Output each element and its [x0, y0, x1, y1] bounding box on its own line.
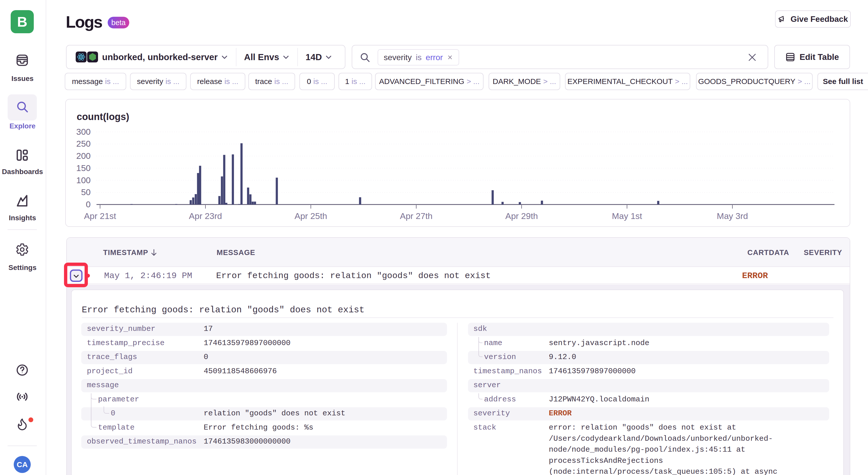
svg-text:May 3rd: May 3rd	[717, 211, 748, 221]
svg-text:Apr 29th: Apr 29th	[505, 211, 538, 221]
svg-text:Apr 21st: Apr 21st	[84, 211, 116, 221]
svg-text:Apr 27th: Apr 27th	[400, 211, 433, 221]
svg-text:0: 0	[86, 199, 91, 209]
svg-text:250: 250	[76, 139, 91, 148]
svg-text:100: 100	[76, 175, 91, 185]
svg-text:200: 200	[76, 151, 91, 161]
svg-text:50: 50	[81, 187, 91, 197]
svg-text:300: 300	[76, 127, 91, 137]
svg-text:Apr 23rd: Apr 23rd	[189, 211, 222, 221]
svg-text:150: 150	[76, 163, 91, 173]
svg-text:May 1st: May 1st	[612, 211, 642, 221]
svg-text:Apr 25th: Apr 25th	[294, 211, 327, 221]
